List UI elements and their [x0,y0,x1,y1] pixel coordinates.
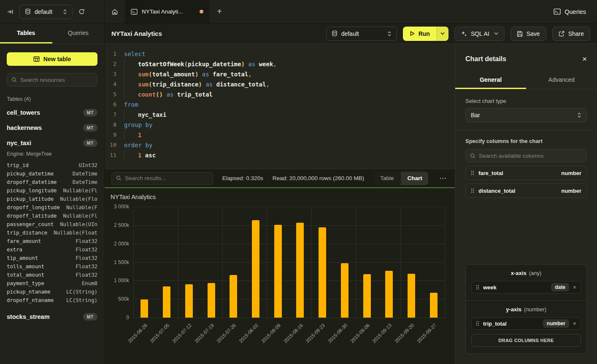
query-toolbar: NYTaxi Analytics default Run [105,24,597,44]
home-tab[interactable] [105,0,125,23]
sql-line: 4sum(trip_distance) as distance_total, [105,79,455,89]
table-icon [33,56,40,62]
tab-advanced[interactable]: Advanced [526,71,597,89]
bar-2015-08-23[interactable] [319,227,326,318]
sidebar-tab-tables[interactable]: Tables [0,24,52,43]
column-row: payment_typeEnum8 [7,279,97,288]
bar-2015-08-09[interactable] [274,225,282,318]
bar-2015-09-13[interactable] [385,271,393,318]
table-row-nyc-taxi[interactable]: nyc_taxi MT [7,138,97,148]
run-button[interactable]: Run [403,27,437,41]
editor-tab[interactable]: NYTaxi Analyti... [125,0,209,23]
database-icon [332,30,338,37]
axes-config-box: x-axis(any) week date × y-axis(number) [465,264,587,354]
share-button[interactable]: Share [552,27,590,41]
chart-type-select[interactable]: Bar [465,108,587,122]
column-row: pickup_datetimeDateTime [7,170,97,178]
gridline-horizontal [133,318,445,318]
sql-line: 2toStartOfWeek(pickup_datetime) as week, [105,59,455,69]
new-tab-button[interactable]: + [209,0,230,23]
drop-zone[interactable]: DRAG COLUMNS HERE [471,334,581,347]
table-view-button[interactable]: Table [373,172,400,185]
gridline-vertical [356,207,356,318]
queries-button[interactable]: Queries [554,0,586,23]
drag-handle-icon[interactable] [476,285,479,290]
resource-search[interactable] [7,73,97,86]
close-icon[interactable]: × [582,55,587,63]
database-selector[interactable]: default [19,5,73,19]
top-bar: default NYTaxi Analyti... + Queries [0,0,597,24]
columns-label: Specify columns for the chart [465,138,587,144]
y-axis-tick-label: 2 000k [114,241,129,247]
chart-view-button[interactable]: Chart [401,172,428,185]
gridline-vertical [311,207,312,318]
terminal-icon [131,9,138,15]
bar-2015-09-20[interactable] [408,274,415,318]
results-search-input[interactable] [125,175,208,181]
save-button[interactable]: Save [511,27,546,41]
available-column-distance-total[interactable]: distance_total number [465,183,587,198]
x-axis-tick-label: 2015-09-27 [416,323,437,344]
sidebar-tab-queries[interactable]: Queries [52,24,105,43]
bar-2015-07-19[interactable] [208,283,215,318]
available-column-fare-total[interactable]: fare_total number [465,166,587,180]
gridline-vertical [267,207,267,318]
tab-strip: NYTaxi Analyti... + [105,0,230,23]
table-row-hackernews[interactable]: hackernews MT [7,123,97,132]
refresh-icon[interactable] [78,8,85,15]
x-axis-section: x-axis(any) week date × [466,264,586,300]
new-table-button[interactable]: New table [7,52,97,66]
y-axis-chip-trip-total[interactable]: trip_total number × [471,317,581,330]
bar-2015-09-06[interactable] [363,274,371,318]
y-axis-tick-label: 500k [118,296,129,302]
drag-handle-icon[interactable] [471,188,474,193]
sql-ai-button[interactable]: SQL AI [454,27,505,41]
bar-2015-08-16[interactable] [296,223,304,318]
remove-icon[interactable]: × [573,284,576,290]
columns-search-input[interactable] [479,153,582,159]
chart-details-panel: Chart details × General Advanced Select … [455,44,597,364]
panel-tabs: General Advanced [455,71,597,89]
app-window: default NYTaxi Analyti... + Queries [0,0,597,364]
remove-icon[interactable]: × [573,321,576,326]
table-row-stocks-stream[interactable]: stocks_stream MT [7,312,97,321]
line-number: 1 [105,49,124,59]
sql-line: 1select [105,49,455,59]
bar-2015-08-02[interactable] [252,220,259,318]
drag-handle-icon[interactable] [476,321,479,326]
x-axis-tick-label: 2015-08-02 [238,323,259,344]
column-row: fare_amountFloat32 [7,237,97,245]
panel-content: Select chart type Bar Specify columns fo… [455,89,597,364]
sparkle-icon [461,30,467,37]
column-row: dropoff_ntanameLC(String) [7,296,97,305]
query-database-selector[interactable]: default [326,27,397,41]
drag-handle-icon[interactable] [471,170,474,175]
bar-2015-07-05[interactable] [163,286,170,318]
tab-general[interactable]: General [455,71,526,89]
sql-line: 5count() as trip_total [105,89,455,100]
x-axis-chip-week[interactable]: week date × [471,281,581,294]
run-options-button[interactable] [437,27,448,41]
queries-icon [554,8,561,15]
gridline-horizontal [133,244,445,244]
unsaved-changes-dot [200,10,203,13]
resource-search-input[interactable] [20,77,93,83]
bar-2015-07-12[interactable] [185,284,193,318]
y-axis-title: y-axis(number) [471,306,581,313]
collapse-sidebar-icon[interactable] [7,8,14,15]
table-row-cell-towers[interactable]: cell_towers MT [7,108,97,117]
sql-editor[interactable]: 1select2toStartOfWeek(pickup_datetime) a… [105,44,455,169]
chart-type-label: Select chart type [465,98,587,104]
columns-search[interactable] [465,149,587,162]
column-row: trip_distanceNullable(Float [7,229,97,237]
line-number: 2 [105,59,124,69]
bar-2015-06-28[interactable] [140,299,148,318]
results-search[interactable] [111,172,213,185]
bar-2015-07-26[interactable] [230,275,237,318]
bar-2015-08-30[interactable] [341,263,348,318]
more-options-button[interactable]: ⋯ [438,174,448,183]
nyc-taxi-column-list: trip_idUInt32pickup_datetimeDateTimedrop… [7,161,97,305]
bar-2015-09-27[interactable] [430,293,438,318]
chevron-updown-icon [63,9,67,15]
line-number: 11 [105,150,124,160]
